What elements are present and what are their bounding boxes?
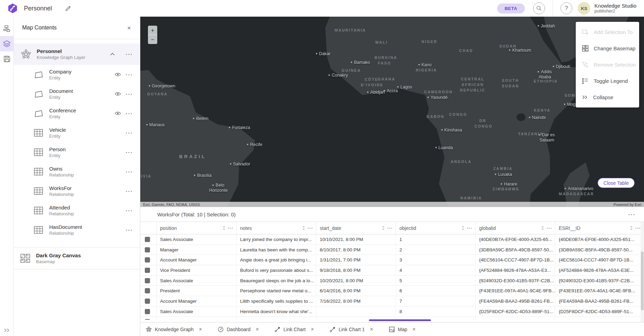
layer-item-options-button[interactable]: ··· <box>124 129 135 137</box>
map-attribution: Esri, Garmin, FAO, NOAA, USGS Powered by… <box>140 202 644 207</box>
toggle-visibility-button[interactable] <box>112 72 124 77</box>
view-tab[interactable]: Link Chart × <box>275 326 316 333</box>
row-checkbox[interactable] <box>145 257 150 262</box>
layer-item-options-button[interactable]: ··· <box>124 71 135 78</box>
row-checkbox[interactable] <box>145 299 150 304</box>
map-city-label: Abidjan <box>367 89 385 95</box>
layer-list-item[interactable]: Person Entity ··· <box>14 143 140 162</box>
avatar[interactable]: KS <box>578 2 590 15</box>
zoom-out-button[interactable]: − <box>148 35 157 44</box>
layer-list-item[interactable]: Owns Relationship ··· <box>14 162 140 181</box>
edit-title-button[interactable] <box>64 5 72 12</box>
close-table-button[interactable]: Close Table <box>598 178 635 188</box>
view-tab[interactable]: Knowledge Graph × <box>146 326 204 333</box>
pencil-icon <box>65 6 71 11</box>
horizontal-scrollbar-thumb[interactable] <box>369 319 431 321</box>
view-tab[interactable]: Link Chart 1 × <box>330 326 375 333</box>
column-header[interactable]: start_date ··· <box>316 222 396 234</box>
close-tab-button[interactable]: × <box>368 326 375 333</box>
menu-item[interactable]: Change Basemap <box>576 40 639 57</box>
row-checkbox[interactable] <box>145 278 150 283</box>
zoom-in-button[interactable]: + <box>148 26 157 35</box>
close-panel-button[interactable]: × <box>125 24 133 32</box>
row-checkbox[interactable] <box>145 237 150 242</box>
menu-item[interactable]: Collapse <box>576 89 639 105</box>
map-view[interactable]: MAURITANIAMALINIGERCHADSUDANBURKINA FASO… <box>140 17 644 207</box>
rail-item-save[interactable] <box>0 51 14 67</box>
layer-list-item[interactable]: Company Entity ··· <box>14 65 140 84</box>
city-dot-marker <box>441 129 442 131</box>
menu-item-label: Add Selection To <box>594 29 633 35</box>
map-country-label: BURKINA FASO <box>374 55 395 66</box>
layer-list-item[interactable]: Conference Entity ··· <box>14 104 140 123</box>
sort-icon[interactable] <box>302 226 305 230</box>
close-tab-button[interactable]: × <box>410 326 417 333</box>
layer-item-options-button[interactable]: ··· <box>124 149 135 156</box>
column-header[interactable]: notes ··· <box>237 222 316 234</box>
sort-icon[interactable] <box>382 226 385 230</box>
row-checkbox[interactable] <box>145 319 150 319</box>
layer-list-item[interactable]: HasDocument Relationship ··· <box>14 220 140 240</box>
column-header[interactable]: position ··· <box>157 222 237 234</box>
toggle-visibility-button[interactable] <box>112 92 124 96</box>
map-country-label: ZIMBABWE <box>493 187 520 192</box>
sort-icon[interactable] <box>461 226 465 230</box>
layer-list-item[interactable]: WorksFor Relationship ··· <box>14 181 140 201</box>
menu-item-label: Toggle Legend <box>594 78 628 84</box>
layer-list-item[interactable]: Document Entity ··· <box>14 84 140 104</box>
rail-item-layers[interactable] <box>0 36 14 51</box>
column-options-button[interactable]: ··· <box>546 225 553 231</box>
column-header[interactable]: globalid ··· <box>476 222 555 234</box>
sort-icon[interactable] <box>630 226 633 230</box>
menu-item[interactable]: Toggle Legend <box>576 73 639 89</box>
basemap-row[interactable]: Dark Gray Canvas Basemap <box>14 247 140 269</box>
close-tab-button[interactable]: × <box>197 326 204 333</box>
column-header[interactable]: ESRI__ID ··· <box>555 222 644 234</box>
map-city-label: Yaoundé <box>427 95 448 100</box>
table-vertical-scrollbar[interactable] <box>641 222 644 322</box>
sort-icon[interactable] <box>222 226 226 230</box>
row-checkbox[interactable] <box>145 247 150 252</box>
column-options-button[interactable]: ··· <box>307 225 314 231</box>
column-options-button[interactable]: ··· <box>466 225 473 231</box>
layer-item-options-button[interactable]: ··· <box>124 91 135 98</box>
save-icon <box>4 56 10 62</box>
column-header[interactable]: objectid ··· <box>396 222 476 234</box>
view-tab[interactable]: Dashboard × <box>218 326 261 333</box>
layer-item-options-button[interactable]: ··· <box>124 168 135 175</box>
close-tab-button[interactable]: × <box>254 326 261 333</box>
search-button[interactable] <box>533 2 545 14</box>
layer-item-options-button[interactable]: ··· <box>124 110 135 117</box>
layer-list-item[interactable]: Attended Relationship ··· <box>14 201 140 220</box>
close-tab-button[interactable]: × <box>309 326 316 333</box>
row-checkbox[interactable] <box>145 309 150 314</box>
layer-item-options-button[interactable]: ··· <box>124 188 135 195</box>
menu-item: Remove Selection <box>576 57 639 73</box>
close-icon: × <box>127 24 131 32</box>
knowledge-graph-layer-row[interactable]: Personnel Knowledge Graph Layer ··· <box>14 43 140 65</box>
column-options-button[interactable]: ··· <box>387 225 394 231</box>
collapse-layer-button[interactable] <box>110 53 115 55</box>
help-button[interactable]: ? <box>561 2 572 14</box>
user-block[interactable]: Knowledge Studio publisher2 <box>594 3 636 14</box>
rail-item-data-model[interactable] <box>0 21 14 36</box>
layer-item-options-button[interactable]: ··· <box>124 207 135 214</box>
row-checkbox[interactable] <box>145 268 150 273</box>
search-icon <box>536 6 542 11</box>
column-options-button[interactable]: ··· <box>227 225 234 231</box>
map-city-label: Belo Horizonte <box>209 183 228 193</box>
sort-icon[interactable] <box>541 226 544 230</box>
vertical-scrollbar-thumb[interactable] <box>641 251 644 310</box>
cell-esri-id: {40DE0B7A-EF0E-4000-A325-651... <box>555 234 644 244</box>
layer-item-options-button[interactable]: ··· <box>124 226 135 234</box>
layer-options-button[interactable]: ··· <box>124 51 135 58</box>
toggle-visibility-button[interactable] <box>112 111 124 115</box>
layer-item-label: Vehicle <box>49 127 112 133</box>
map-country-label: GUYANA <box>147 92 168 97</box>
layer-list-item[interactable]: Vehicle Entity ··· <box>14 123 140 143</box>
expand-panel-button[interactable] <box>4 328 10 333</box>
table-options-button[interactable]: ··· <box>626 211 638 218</box>
table-icon <box>34 129 43 137</box>
row-checkbox[interactable] <box>145 288 150 293</box>
view-tab[interactable]: Map × <box>389 326 418 333</box>
